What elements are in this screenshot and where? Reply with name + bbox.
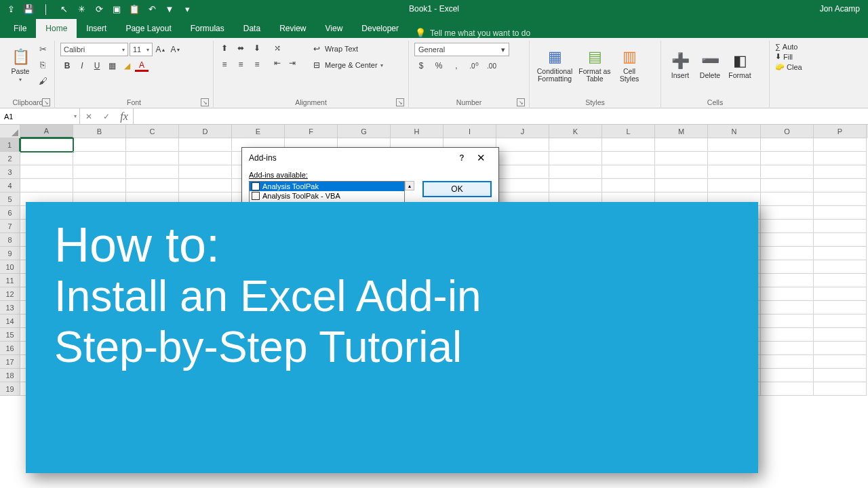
row-header[interactable]: 6 (0, 206, 20, 220)
filter-icon[interactable]: ▼ (164, 3, 175, 14)
cell[interactable] (814, 206, 867, 220)
cell[interactable] (708, 179, 761, 192)
format-as-table-button[interactable]: ▤ Format as Table (576, 41, 614, 89)
row-header[interactable]: 1 (0, 138, 20, 152)
cell[interactable] (814, 179, 867, 192)
row-header[interactable]: 8 (0, 233, 20, 247)
format-cells-button[interactable]: ◧ Format (725, 41, 755, 89)
row-header[interactable]: 19 (0, 382, 20, 396)
font-size-combo[interactable]: 11▾ (130, 43, 153, 56)
cell[interactable] (549, 152, 602, 165)
accounting-icon[interactable]: $ (414, 59, 428, 73)
row-header[interactable]: 10 (0, 260, 20, 274)
delete-cells-button[interactable]: ➖ Delete (695, 41, 725, 89)
ok-button[interactable]: OK (422, 181, 492, 197)
help-icon[interactable]: ? (454, 153, 470, 163)
undo-icon[interactable]: ↶ (146, 3, 157, 14)
cell[interactable] (655, 179, 708, 192)
comma-icon[interactable]: , (450, 59, 463, 73)
column-header[interactable]: C (126, 125, 179, 138)
tab-insert[interactable]: Insert (77, 19, 116, 38)
fill-button[interactable]: ⬇Fill (775, 52, 813, 61)
cell[interactable] (496, 152, 549, 165)
cell[interactable] (179, 138, 232, 152)
cell[interactable] (126, 138, 179, 152)
cell[interactable] (126, 179, 179, 192)
row-header[interactable]: 17 (0, 355, 20, 369)
align-bottom-icon[interactable]: ⬇ (250, 41, 264, 55)
tab-formulas[interactable]: Formulas (181, 19, 234, 38)
align-middle-icon[interactable]: ⬌ (234, 41, 248, 55)
autosum-button[interactable]: ∑Auto (775, 43, 813, 51)
cell[interactable] (73, 165, 126, 179)
cell[interactable] (126, 165, 179, 179)
cell[interactable] (655, 165, 708, 179)
font-color-icon[interactable]: A (135, 60, 149, 72)
cell[interactable] (73, 179, 126, 192)
cell[interactable] (761, 247, 814, 260)
cell[interactable] (761, 179, 814, 192)
decrease-indent-icon[interactable]: ⇤ (271, 56, 284, 70)
cell[interactable] (814, 328, 867, 342)
column-header[interactable]: O (761, 125, 814, 138)
percent-icon[interactable]: % (432, 59, 446, 73)
name-box[interactable]: A1▾ (0, 108, 80, 124)
cell[interactable] (814, 233, 867, 247)
close-icon[interactable]: ✕ (470, 152, 492, 164)
cell[interactable] (814, 138, 867, 152)
cell[interactable] (814, 274, 867, 287)
cell[interactable] (761, 192, 814, 206)
alignment-launcher-icon[interactable]: ↘ (396, 98, 404, 106)
cell[interactable] (496, 165, 549, 179)
insert-cells-button[interactable]: ➕ Insert (665, 41, 695, 89)
fx-icon[interactable]: fx (115, 110, 133, 123)
border-icon[interactable]: ▦ (105, 59, 119, 73)
grow-font-icon[interactable]: A▲ (154, 43, 167, 56)
list-item[interactable]: Analysis ToolPak (250, 182, 404, 191)
cell[interactable] (549, 179, 602, 192)
tab-developer[interactable]: Developer (352, 19, 408, 38)
tab-page-layout[interactable]: Page Layout (116, 19, 180, 38)
column-header[interactable]: J (496, 125, 549, 138)
cell[interactable] (761, 301, 814, 314)
increase-indent-icon[interactable]: ⇥ (285, 56, 299, 70)
increase-decimal-icon[interactable]: .0⁰ (467, 59, 481, 73)
enter-formula-icon[interactable]: ✓ (98, 108, 115, 124)
cell[interactable] (761, 260, 814, 274)
bold-button[interactable]: B (60, 59, 74, 73)
cell[interactable] (814, 369, 867, 382)
decrease-decimal-icon[interactable]: .00 (485, 59, 498, 73)
cell[interactable] (602, 152, 655, 165)
image-icon[interactable]: ▣ (111, 3, 122, 14)
cell[interactable] (814, 192, 867, 206)
cut-icon[interactable]: ✂ (37, 43, 49, 56)
underline-button[interactable]: U (90, 59, 104, 73)
row-header[interactable]: 2 (0, 152, 20, 165)
align-top-icon[interactable]: ⬆ (218, 41, 231, 55)
column-header[interactable]: M (655, 125, 708, 138)
column-header[interactable]: A (20, 125, 73, 138)
cell[interactable] (655, 138, 708, 152)
cell[interactable] (761, 342, 814, 355)
column-header[interactable]: B (73, 125, 126, 138)
column-header[interactable]: L (602, 125, 655, 138)
column-header[interactable]: H (391, 125, 443, 138)
column-header[interactable]: N (708, 125, 761, 138)
row-header[interactable]: 15 (0, 328, 20, 342)
tab-file[interactable]: File (4, 19, 36, 38)
italic-button[interactable]: I (75, 59, 89, 73)
cell[interactable] (814, 165, 867, 179)
column-header[interactable]: K (549, 125, 602, 138)
checkbox-icon[interactable] (252, 182, 260, 190)
clipboard-launcher-icon[interactable]: ↘ (42, 98, 50, 106)
row-header[interactable]: 12 (0, 287, 20, 301)
fill-color-icon[interactable]: ◢ (120, 59, 134, 73)
tab-review[interactable]: Review (270, 19, 315, 38)
cell[interactable] (761, 233, 814, 247)
cell[interactable] (708, 152, 761, 165)
cell[interactable] (761, 152, 814, 165)
cell[interactable] (20, 179, 73, 192)
cell[interactable] (814, 382, 867, 396)
clear-button[interactable]: 🧽Clea (775, 62, 813, 71)
cell[interactable] (708, 165, 761, 179)
